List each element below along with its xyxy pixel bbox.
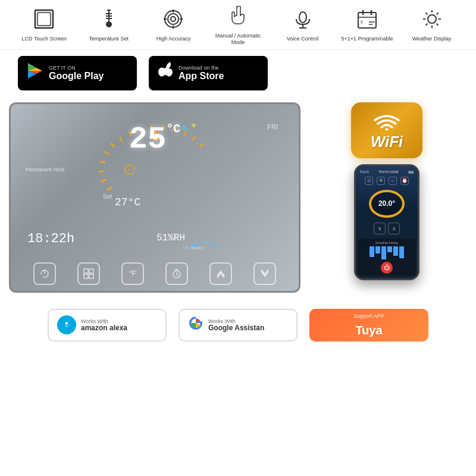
phone-icon-3: ☼ <box>389 177 397 185</box>
feature-temp: Temperature Set <box>82 9 136 42</box>
feature-lcd-label: LCD Touch Screen <box>22 36 67 42</box>
svg-text:i: i <box>128 167 129 173</box>
menu-button[interactable] <box>77 262 100 285</box>
google-play-text: GET IT ON Google Play <box>49 65 104 82</box>
svg-rect-65 <box>89 269 93 273</box>
phone-signal: ▮▮▮ <box>408 170 414 174</box>
set-temperature: 27°C <box>115 196 140 208</box>
svg-line-31 <box>425 13 427 15</box>
svg-point-72 <box>386 128 389 130</box>
svg-point-10 <box>168 14 178 24</box>
alexa-icon <box>57 315 76 334</box>
phone-icon-1: ⊙ <box>365 177 373 185</box>
google-assistant-text: Works With Google Assistan <box>208 318 264 332</box>
schedule-bar-4 <box>387 246 392 252</box>
svg-rect-67 <box>89 274 93 278</box>
google-badge: Works With Google Assistan <box>178 309 298 342</box>
feature-voice-label: Voice Control <box>287 36 319 42</box>
svg-point-16 <box>299 12 306 23</box>
schedule-bar-2 <box>375 246 380 253</box>
apple-icon <box>157 62 174 84</box>
time-display: 18:22h <box>27 231 74 246</box>
main-content: 🔥 ❄ ☀ i 25°C FRI Permanent Hold Set 27°C… <box>0 96 476 299</box>
feature-weather: Weather Display <box>405 9 459 42</box>
phone-controls: ∨ ∧ <box>374 223 400 234</box>
tuya-support-label: Support APP <box>353 313 384 319</box>
svg-line-55 <box>199 144 203 147</box>
svg-line-33 <box>436 13 438 15</box>
power-button[interactable] <box>33 262 56 285</box>
alexa-text: Works With amazon alexa <box>81 318 127 332</box>
down-button[interactable] <box>253 262 276 285</box>
feature-lcd: LCD Touch Screen <box>17 9 71 42</box>
phone-thermostat-circle: 20.0° <box>369 190 405 218</box>
google-play-icon <box>26 62 44 84</box>
right-side: WiFi Back thermostat ▮▮▮ ⊙ ❄ ☼ ⏰ 20.0° <box>306 102 467 293</box>
wifi-badge: WiFi <box>351 102 422 158</box>
up-button[interactable] <box>209 262 232 285</box>
app-store-subtitle: Download on the <box>178 65 224 71</box>
hand-icon <box>230 6 246 30</box>
day-label: FRI <box>267 123 278 130</box>
phone-up-btn[interactable]: ∧ <box>388 223 400 234</box>
phone-screen: Back thermostat ▮▮▮ ⊙ ❄ ☼ ⏰ 20.0° ∨ ∧ <box>356 166 418 278</box>
feature-programmable: 7 5+1+1 Programmable <box>340 9 394 42</box>
schedule-button[interactable] <box>165 262 188 285</box>
voice-icon <box>293 9 313 33</box>
wifi-label: WiFi <box>371 133 403 151</box>
button-row: °F <box>23 262 287 285</box>
svg-point-61 <box>193 244 197 248</box>
target-icon <box>163 9 183 33</box>
google-works-with: Works With <box>208 318 264 324</box>
thermostat-device[interactable]: 🔥 ❄ ☀ i 25°C FRI Permanent Hold Set 27°C… <box>9 102 300 293</box>
current-temperature: 25°C <box>129 122 180 157</box>
lcd-icon <box>34 9 54 33</box>
phone-schedule-bars <box>360 246 414 259</box>
phone-title: thermostat <box>379 170 399 174</box>
svg-text:❄: ❄ <box>181 123 189 133</box>
svg-point-6 <box>106 21 112 27</box>
tuya-name: Tuya <box>355 324 382 337</box>
google-name: Google Assistan <box>208 324 264 332</box>
app-store-name: App Store <box>178 71 224 82</box>
feature-manual: Manual / Automatic Mode <box>211 6 265 46</box>
app-store-text: Download on the App Store <box>178 65 224 82</box>
svg-line-46 <box>111 143 115 147</box>
phone-icons-row: ⊙ ❄ ☼ ⏰ <box>365 177 409 185</box>
partners-row: Works With amazon alexa Works With Googl… <box>0 302 476 349</box>
google-play-name: Google Play <box>49 71 104 82</box>
phone-header: Back thermostat ▮▮▮ <box>358 168 416 175</box>
feature-weather-label: Weather Display <box>412 36 452 42</box>
svg-line-70 <box>177 274 178 275</box>
svg-line-42 <box>101 180 107 181</box>
feature-manual-label: Manual / Automatic Mode <box>211 33 265 46</box>
calendar-icon: 7 <box>357 9 377 33</box>
hold-label: Permanent Hold <box>26 167 64 173</box>
sun-icon <box>422 9 442 33</box>
google-play-badge[interactable]: GET IT ON Google Play <box>18 56 137 90</box>
svg-point-59 <box>125 165 134 174</box>
svg-text:☀: ☀ <box>190 121 197 130</box>
phone-down-btn[interactable]: ∨ <box>374 223 386 234</box>
app-store-badge[interactable]: Download on the App Store <box>149 56 268 90</box>
thermometer-icon <box>100 9 118 33</box>
alexa-badge: Works With amazon alexa <box>48 309 167 342</box>
unit-button[interactable]: °F <box>121 262 144 285</box>
schedule-bar-1 <box>369 246 374 257</box>
humidity-display: 51%RH <box>156 233 185 243</box>
phone-icon-4: ⏰ <box>400 177 409 185</box>
appstore-row: GET IT ON Google Play Download on the Ap… <box>0 50 476 96</box>
feature-voice: Voice Control <box>276 9 330 42</box>
svg-line-32 <box>436 24 438 26</box>
phone-power-btn[interactable]: ⏻ <box>381 262 393 274</box>
phone-back: Back <box>360 170 369 174</box>
svg-line-41 <box>107 187 112 190</box>
feature-temp-label: Temperature Set <box>89 36 129 42</box>
svg-point-75 <box>65 322 68 324</box>
schedule-bar-5 <box>393 246 398 256</box>
phone-mockup: Back thermostat ▮▮▮ ⊙ ❄ ☼ ⏰ 20.0° ∨ ∧ <box>354 164 419 280</box>
svg-line-45 <box>104 152 109 154</box>
alexa-works-with: Works With <box>81 318 127 324</box>
alexa-name: amazon alexa <box>81 324 127 332</box>
google-icon <box>188 315 203 334</box>
